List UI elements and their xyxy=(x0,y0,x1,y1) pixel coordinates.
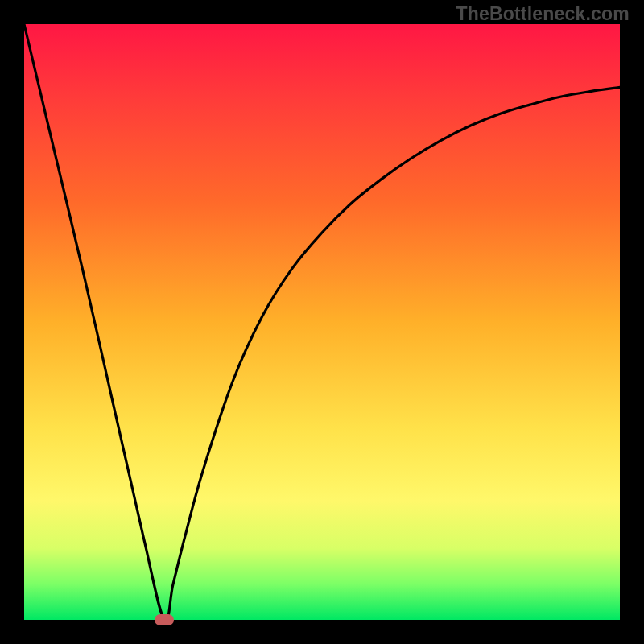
chart-frame: TheBottleneck.com xyxy=(0,0,644,644)
watermark-text: TheBottleneck.com xyxy=(456,3,630,25)
optimum-marker xyxy=(155,614,174,625)
bottleneck-curve xyxy=(24,24,620,620)
